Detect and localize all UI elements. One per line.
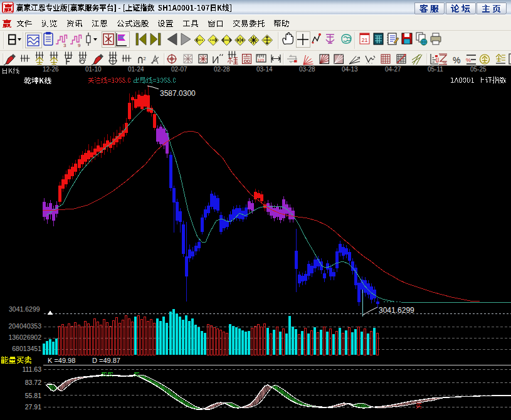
svg-text:12-26: 12-26 [43,66,59,73]
svg-text:136026902: 136026902 [8,333,41,341]
svg-text:3041.6299: 3041.6299 [9,305,40,313]
svg-text:05-25: 05-25 [470,66,487,73]
svg-text:204040353: 204040353 [8,322,41,330]
svg-text:04-13: 04-13 [342,66,358,73]
svg-text:3: 3 [63,43,66,48]
svg-text:9: 9 [78,43,81,48]
svg-text:%: % [453,55,460,65]
svg-text:02-07: 02-07 [171,66,187,73]
svg-text:03-14: 03-14 [256,66,273,73]
svg-text:02-28: 02-28 [214,66,230,73]
svg-text:68013451: 68013451 [12,345,41,352]
svg-text:03-28: 03-28 [299,66,315,73]
svg-text:01-24: 01-24 [128,66,144,73]
svg-text:83.72: 83.72 [25,379,41,386]
svg-text:55.81: 55.81 [25,392,41,399]
svg-text:K =49.98: K =49.98 [48,357,75,364]
svg-text:04-27: 04-27 [385,66,401,73]
svg-text:3587.0300: 3587.0300 [160,89,196,98]
svg-text:27.91: 27.91 [25,403,41,411]
svg-text:%: % [466,57,471,63]
svg-text:2: 2 [144,56,146,61]
svg-text:%: % [443,61,446,65]
svg-text:01-10: 01-10 [85,66,102,73]
svg-text:123: 123 [258,58,265,62]
svg-text:21: 21 [362,37,368,43]
svg-text:111.63: 111.63 [22,365,41,373]
svg-text:D =49.87: D =49.87 [92,357,120,364]
svg-text:05-11: 05-11 [428,66,443,73]
